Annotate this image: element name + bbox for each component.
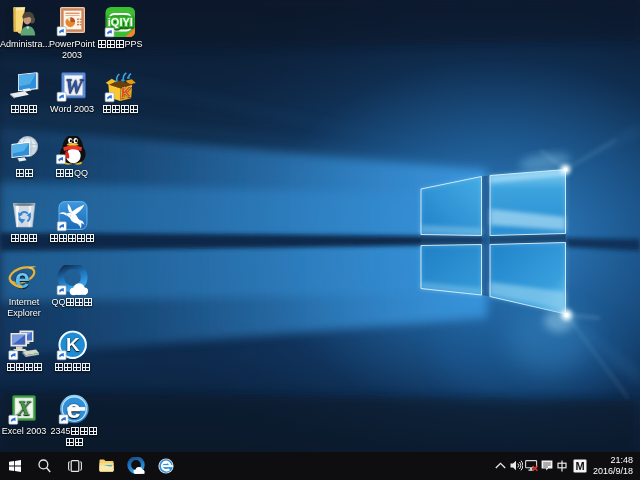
svg-text:W: W xyxy=(65,75,84,97)
svg-text:M: M xyxy=(575,460,584,472)
svg-text:K: K xyxy=(66,334,80,355)
svg-text:X: X xyxy=(16,396,32,420)
svg-text:iQIYI: iQIYI xyxy=(108,16,133,28)
svg-text:e: e xyxy=(15,265,30,294)
